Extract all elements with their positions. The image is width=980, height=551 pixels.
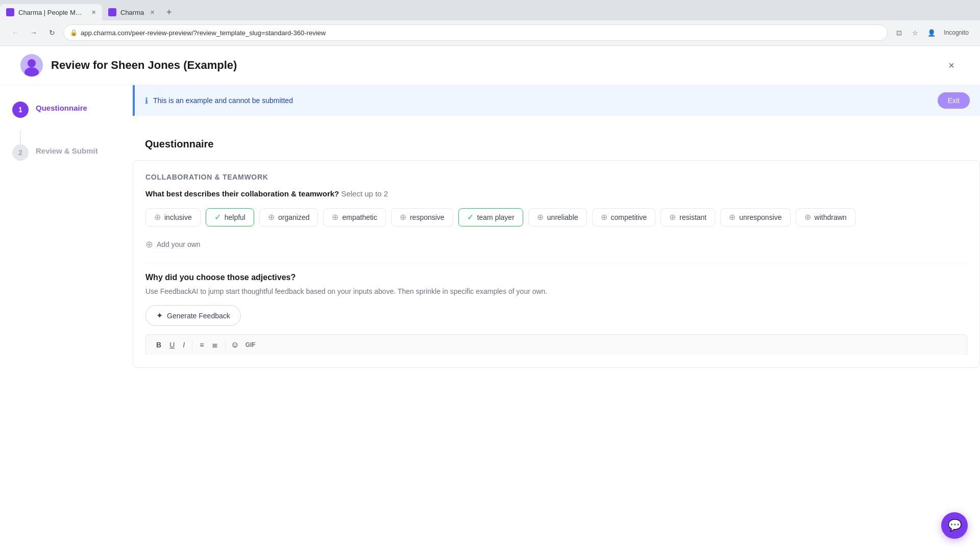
- tag-label-competitive: competitive: [611, 213, 647, 221]
- tag-icon-organized: ⊕: [268, 213, 275, 221]
- toolbar-divider-1: [192, 340, 192, 349]
- underline-button[interactable]: U: [167, 340, 177, 350]
- tag-team-player[interactable]: ✓team player: [458, 208, 523, 227]
- toolbar-divider-2: [225, 340, 226, 349]
- tag-icon-withdrawn: ⊕: [804, 213, 811, 221]
- tab-bar: Charma | People Management S... ✕ Charma…: [0, 0, 980, 20]
- tag-label-helpful: helpful: [225, 213, 246, 221]
- question2-hint: Use FeedbackAI to jump start thoughtful …: [145, 286, 967, 297]
- main-content: ℹ This is an example and cannot be submi…: [133, 85, 980, 551]
- app-header: Review for Sheen Jones (Example) ×: [0, 46, 980, 85]
- step-label-review-submit: Review & Submit: [36, 146, 98, 155]
- tag-organized[interactable]: ⊕organized: [259, 208, 318, 227]
- emoji-button[interactable]: ☺: [231, 340, 239, 349]
- step-content-2: Review & Submit: [36, 144, 98, 156]
- avatar: [20, 54, 43, 77]
- tab-label-2: Charma: [120, 9, 144, 16]
- add-own-label: Add your own: [157, 240, 201, 248]
- address-bar[interactable]: 🔒 app.charma.com/peer-review-preview/?re…: [63, 24, 888, 41]
- tag-icon-empathetic: ⊕: [332, 213, 338, 221]
- editor-toolbar: B U I ≡ ≣ ☺ GIF: [145, 334, 967, 355]
- question2-label: Why did you choose those adjectives?: [145, 273, 967, 282]
- collaboration-card: Collaboration & Teamwork What best descr…: [133, 160, 980, 368]
- back-button[interactable]: ←: [8, 26, 22, 40]
- steps-wrapper: 1 Questionnaire 2 Review & Submit: [12, 102, 120, 173]
- browser-chrome: Charma | People Management S... ✕ Charma…: [0, 0, 980, 46]
- tag-withdrawn[interactable]: ⊕withdrawn: [796, 208, 855, 227]
- svg-point-1: [28, 59, 36, 67]
- step-circle-1: 1: [12, 102, 29, 118]
- info-icon: ℹ: [145, 96, 148, 106]
- tag-label-organized: organized: [278, 213, 310, 221]
- page-title: Review for Sheen Jones (Example): [51, 59, 935, 72]
- tag-icon-competitive: ⊕: [601, 213, 607, 221]
- tag-label-unresponsive: unresponsive: [739, 213, 781, 221]
- new-tab-button[interactable]: +: [161, 4, 177, 20]
- tags-grid: ⊕inclusive✓helpful⊕organized⊕empathetic⊕…: [145, 208, 967, 227]
- sidebar-step-1: 1 Questionnaire: [12, 102, 120, 118]
- close-button[interactable]: ×: [943, 57, 960, 73]
- section-label: Collaboration & Teamwork: [145, 173, 967, 181]
- generate-btn-label: Generate Feedback: [167, 312, 230, 320]
- tag-icon-resistant: ⊕: [669, 213, 676, 221]
- add-own-icon: ⊕: [145, 239, 153, 250]
- gif-button[interactable]: GIF: [243, 340, 258, 349]
- chat-support-button[interactable]: 💬: [941, 512, 968, 539]
- tab-close-2[interactable]: ✕: [150, 9, 155, 16]
- main-layout: 1 Questionnaire 2 Review & Submit: [0, 85, 980, 551]
- sidebar-step-2: 2 Review & Submit: [12, 144, 120, 161]
- nav-bar: ← → ↻ 🔒 app.charma.com/peer-review-previ…: [0, 20, 980, 45]
- bookmark-icon[interactable]: ☆: [908, 26, 922, 40]
- exit-button[interactable]: Exit: [938, 92, 970, 109]
- questionnaire-title: Questionnaire: [133, 128, 980, 160]
- tag-icon-unresponsive: ⊕: [729, 213, 736, 221]
- italic-button[interactable]: I: [181, 340, 187, 350]
- profile-icon[interactable]: 👤: [924, 26, 939, 40]
- tab-favicon-charma: [6, 8, 14, 16]
- tag-responsive[interactable]: ⊕responsive: [391, 208, 453, 227]
- generate-feedback-button[interactable]: ✦ Generate Feedback: [145, 305, 241, 326]
- tag-icon-team-player: ✓: [467, 213, 474, 221]
- step-content-1: Questionnaire: [36, 102, 87, 113]
- bullet-list-button[interactable]: ≡: [198, 340, 206, 350]
- section-divider: [145, 262, 967, 263]
- forward-button[interactable]: →: [27, 26, 41, 40]
- tag-label-resistant: resistant: [679, 213, 706, 221]
- cast-icon[interactable]: ⊡: [892, 26, 906, 40]
- step-connector: [20, 130, 21, 144]
- lock-icon: 🔒: [70, 29, 78, 36]
- tag-label-team-player: team player: [477, 213, 514, 221]
- tag-label-empathetic: empathetic: [342, 213, 377, 221]
- questionnaire-container: Questionnaire Collaboration & Teamwork W…: [133, 128, 980, 368]
- tag-label-withdrawn: withdrawn: [815, 213, 847, 221]
- tag-icon-unreliable: ⊕: [537, 213, 544, 221]
- tag-icon-inclusive: ⊕: [154, 213, 161, 221]
- tag-unreliable[interactable]: ⊕unreliable: [528, 208, 587, 227]
- nav-actions: ⊡ ☆ 👤 Incognito: [892, 26, 972, 40]
- ordered-list-button[interactable]: ≣: [210, 340, 220, 350]
- reload-button[interactable]: ↻: [45, 26, 59, 40]
- tag-empathetic[interactable]: ⊕empathetic: [323, 208, 385, 227]
- tab-charma-2[interactable]: Charma ✕: [102, 4, 161, 20]
- tab-close-1[interactable]: ✕: [91, 9, 96, 16]
- tag-unresponsive[interactable]: ⊕unresponsive: [720, 208, 790, 227]
- tag-competitive[interactable]: ⊕competitive: [592, 208, 656, 227]
- add-own-button[interactable]: ⊕ Add your own: [145, 237, 201, 252]
- chat-icon: 💬: [948, 519, 962, 532]
- address-text: app.charma.com/peer-review-preview/?revi…: [81, 29, 881, 37]
- tag-helpful[interactable]: ✓helpful: [206, 208, 254, 227]
- tag-label-inclusive: inclusive: [164, 213, 192, 221]
- tab-favicon-charma2: [108, 8, 116, 16]
- tag-inclusive[interactable]: ⊕inclusive: [145, 208, 201, 227]
- step-circle-2: 2: [12, 144, 29, 161]
- select-hint: Select up to 2: [341, 189, 388, 198]
- incognito-label: Incognito: [941, 26, 972, 40]
- tag-icon-responsive: ⊕: [400, 213, 406, 221]
- tag-resistant[interactable]: ⊕resistant: [660, 208, 715, 227]
- sidebar: 1 Questionnaire 2 Review & Submit: [0, 85, 133, 551]
- banner-text: This is an example and cannot be submitt…: [153, 96, 933, 105]
- tab-label-1: Charma | People Management S...: [18, 9, 85, 16]
- bold-button[interactable]: B: [154, 340, 163, 350]
- generate-icon: ✦: [156, 311, 163, 320]
- tab-charma-review[interactable]: Charma | People Management S... ✕: [0, 4, 102, 20]
